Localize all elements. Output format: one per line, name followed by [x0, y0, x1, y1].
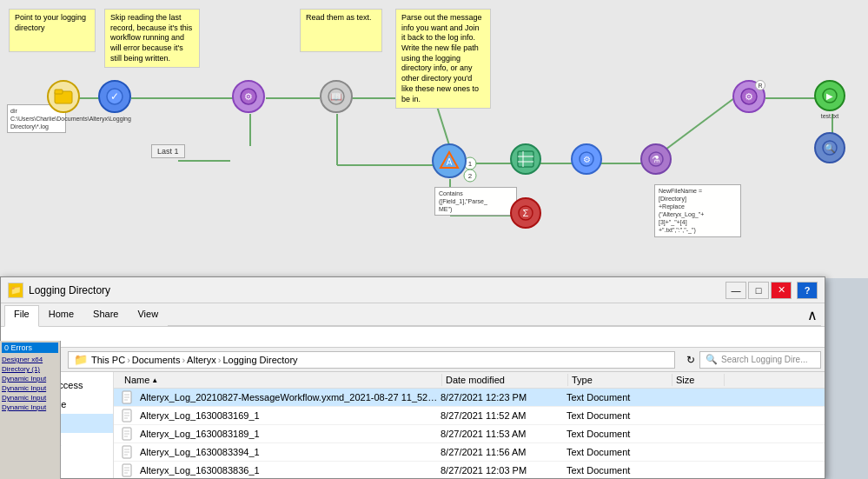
file-row[interactable]: Alteryx_Log_1630083189_1 8/27/2021 11:53…	[114, 425, 825, 443]
file-list-header: Name ▲ Date modified Type Size	[114, 372, 825, 389]
file-icon	[121, 445, 135, 459]
left-panel-item[interactable]: Dynamic Input	[2, 374, 58, 383]
newfilename-formula-box: NewFileName = [Directory] +Replace ("Alt…	[654, 184, 741, 237]
file-name: Alteryx_Log_1630083169_1	[140, 410, 441, 421]
help-button[interactable]: ?	[797, 282, 818, 299]
svg-text:2: 2	[468, 172, 473, 180]
file-date: 8/27/2021 12:23 PM	[441, 392, 567, 402]
directory-tool[interactable]	[47, 80, 80, 113]
column-header-date[interactable]: Date modified	[442, 374, 568, 386]
file-icon	[121, 390, 135, 404]
column-header-name[interactable]: Name ▲	[121, 374, 442, 386]
file-name: Alteryx_Log_20210827-MessageWorkflow.yxm…	[140, 392, 441, 402]
left-panel-item[interactable]: Dynamic Input	[2, 402, 58, 412]
addr-alteryx: Alteryx	[187, 355, 216, 365]
address-bar[interactable]: 📁 This PC › Documents › Alteryx › Loggin…	[68, 351, 675, 369]
note-2: Skip reading the last record, because it…	[104, 9, 200, 68]
sigma-tool[interactable]: Σ	[510, 197, 541, 229]
file-type: Text Document	[567, 429, 671, 439]
sort-arrow-name: ▲	[151, 376, 158, 384]
file-date: 8/27/2021 11:53 AM	[441, 429, 567, 439]
last1-tool[interactable]: Last 1	[151, 144, 185, 158]
file-icon	[121, 409, 135, 422]
filter-tool[interactable]: A	[432, 143, 467, 178]
check-tool[interactable]: ✓	[98, 80, 131, 113]
ribbon-tab-share[interactable]: Share	[83, 305, 128, 326]
addr-this-pc: This PC	[91, 355, 125, 365]
file-row[interactable]: Alteryx_Log_1630083169_1 8/27/2021 11:52…	[114, 407, 825, 425]
file-row[interactable]: Alteryx_Log_1630083394_1 8/27/2021 11:56…	[114, 443, 825, 462]
addr-logging-dir: Logging Directory	[222, 355, 297, 365]
ribbon-tabs: File Home Share View ∧	[1, 303, 825, 326]
svg-text:⚙: ⚙	[583, 155, 591, 164]
svg-text:A: A	[447, 157, 453, 167]
file-type: Text Document	[567, 392, 671, 402]
ribbon-tab-home[interactable]: Home	[39, 305, 83, 326]
refresh-button[interactable]: ↻	[682, 351, 699, 369]
table-tool[interactable]	[510, 143, 541, 175]
column-header-type[interactable]: Type	[568, 374, 673, 386]
ribbon-content	[1, 326, 825, 347]
workflow-canvas: 1 2 1 Point to your logging directory Sk…	[0, 0, 868, 278]
flask-tool[interactable]: ⚗	[640, 143, 672, 175]
svg-text:▶: ▶	[826, 91, 833, 101]
ribbon-expand-button[interactable]: ∧	[804, 305, 821, 326]
read-tool[interactable]: 📖	[320, 80, 353, 113]
explorer-window: 📁 Logging Directory — □ ✕ ? File Home Sh…	[0, 276, 825, 479]
output-tool[interactable]: ▶ test.txt	[814, 80, 845, 119]
svg-text:⚙: ⚙	[745, 91, 753, 102]
note-1: Point to your logging directory	[9, 9, 96, 52]
search-icon: 🔍	[706, 354, 718, 365]
ribbon: File Home Share View ∧	[1, 303, 825, 348]
note-3: Read them as text.	[300, 9, 382, 52]
file-date: 8/27/2021 11:52 AM	[441, 410, 567, 421]
file-date: 8/27/2021 11:56 AM	[441, 447, 567, 457]
left-panel-item[interactable]: Dynamic Input	[2, 383, 58, 393]
file-type: Text Document	[567, 410, 671, 421]
file-name: Alteryx_Log_1630083836_1	[140, 465, 441, 476]
left-panel-item[interactable]: Directory (1)	[2, 364, 58, 374]
explorer-window-title: Logging Directory	[29, 284, 724, 296]
browse-tool[interactable]: 🔍	[814, 132, 845, 163]
gear-purple2-tool[interactable]: ⚙ R	[732, 80, 765, 113]
left-panel-item[interactable]: Designer x64	[2, 355, 58, 364]
maximize-button[interactable]: □	[748, 282, 769, 299]
folder-icon: 📁	[74, 353, 88, 366]
svg-rect-26	[55, 90, 63, 94]
file-name: Alteryx_Log_1630083394_1	[140, 447, 441, 457]
left-panel-errors: 0 Errors	[2, 343, 58, 353]
svg-text:Σ: Σ	[523, 208, 529, 218]
file-rows-container: Alteryx_Log_20210827-MessageWorkflow.yxm…	[114, 389, 825, 478]
contains-formula-box: Contains ([Field_1],"Parse_ ME")	[434, 187, 517, 216]
left-panel-items: Designer x64Directory (1)Dynamic InputDy…	[2, 355, 58, 412]
file-type: Text Document	[567, 447, 671, 457]
title-bar: 📁 Logging Directory — □ ✕ ?	[1, 277, 825, 303]
column-header-size[interactable]: Size	[673, 374, 725, 386]
gear-purple-tool[interactable]: ⚙	[232, 80, 265, 113]
svg-text:📖: 📖	[330, 90, 342, 103]
svg-text:⚙: ⚙	[244, 91, 253, 102]
gear-blue-tool[interactable]: ⚙	[571, 143, 602, 175]
minimize-button[interactable]: —	[726, 282, 746, 299]
close-button[interactable]: ✕	[771, 282, 792, 299]
search-box[interactable]: 🔍 Search Logging Dire...	[699, 351, 821, 369]
svg-text:⚗: ⚗	[652, 154, 660, 164]
explorer-window-icon: 📁	[8, 283, 23, 298]
svg-text:1: 1	[468, 160, 473, 168]
svg-rect-35	[518, 151, 533, 167]
left-panel-item[interactable]: Dynamic Input	[2, 393, 58, 402]
file-name: Alteryx_Log_1630083189_1	[140, 429, 441, 439]
file-type: Text Document	[567, 465, 671, 476]
main-content: ⭐ Quick access ☁ OneDrive 💻 This PC 🌐 Ne…	[1, 372, 825, 478]
file-row[interactable]: Alteryx_Log_1630083836_1 8/27/2021 12:03…	[114, 462, 825, 478]
file-list: Name ▲ Date modified Type Size Alteryx_L…	[114, 372, 825, 478]
address-bar-row: ‹ › ↑ 📁 This PC › Documents › Alteryx › …	[1, 348, 825, 372]
left-panel: 0 Errors Designer x64Directory (1)Dynami…	[0, 341, 61, 479]
file-icon	[121, 427, 135, 441]
svg-text:🔍: 🔍	[825, 143, 836, 154]
note-4: Parse out the message info you want and …	[395, 9, 491, 109]
file-row[interactable]: Alteryx_Log_20210827-MessageWorkflow.yxm…	[114, 389, 825, 407]
ribbon-tab-file[interactable]: File	[4, 305, 39, 327]
ribbon-tab-view[interactable]: View	[128, 305, 168, 326]
addr-documents: Documents	[132, 355, 181, 365]
